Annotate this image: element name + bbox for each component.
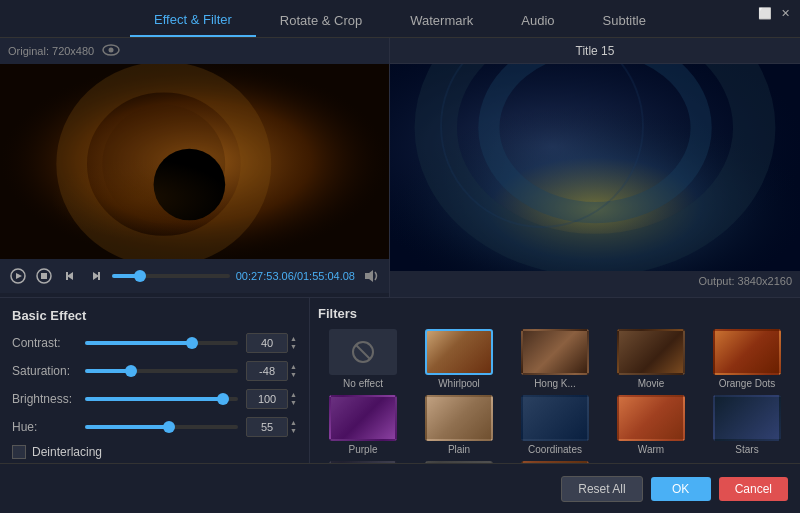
saturation-up[interactable]: ▲ (290, 363, 297, 371)
svg-rect-14 (98, 272, 100, 280)
contrast-down[interactable]: ▼ (290, 343, 297, 351)
filter-gray[interactable]: Gray (414, 461, 504, 463)
filter-movie[interactable]: Movie (606, 329, 696, 389)
svg-point-1 (109, 48, 114, 53)
contrast-input[interactable] (246, 333, 288, 353)
hue-up[interactable]: ▲ (290, 419, 297, 427)
hue-row: Hue: ▲ ▼ (12, 417, 297, 437)
stop-button[interactable] (34, 266, 54, 286)
hue-down[interactable]: ▼ (290, 427, 297, 435)
tab-audio[interactable]: Audio (497, 7, 578, 36)
tab-watermark[interactable]: Watermark (386, 7, 497, 36)
filters-grid: No effect Whirlpool Hong K... Movie (318, 329, 792, 463)
filter-warm-thumb (617, 395, 685, 441)
filter-purple[interactable]: Purple (318, 395, 408, 455)
filter-hongk-label: Hong K... (534, 378, 576, 389)
svg-rect-10 (41, 273, 47, 279)
tab-bar: Effect & Filter Rotate & Crop Watermark … (0, 0, 800, 38)
eye-icon[interactable] (102, 44, 120, 58)
contrast-slider[interactable] (85, 341, 238, 345)
deinterlacing-row: Deinterlacing (12, 445, 297, 459)
filter-orangedots[interactable]: Orange Dots (702, 329, 792, 389)
window-controls: ⬜ ✕ (758, 6, 792, 20)
brightness-input[interactable] (246, 389, 288, 409)
contrast-up[interactable]: ▲ (290, 335, 297, 343)
tab-effect-filter[interactable]: Effect & Filter (130, 6, 256, 37)
hue-slider[interactable] (85, 425, 238, 429)
svg-rect-12 (66, 272, 68, 280)
brightness-up[interactable]: ▲ (290, 391, 297, 399)
next-button[interactable] (86, 266, 106, 286)
hue-label: Hue: (12, 420, 77, 434)
contrast-row: Contrast: ▲ ▼ (12, 333, 297, 353)
filter-hongk[interactable]: Hong K... (510, 329, 600, 389)
saturation-slider[interactable] (85, 369, 238, 373)
progress-bar[interactable] (112, 274, 230, 278)
filter-stars-label: Stars (735, 444, 758, 455)
basic-effect-title: Basic Effect (12, 308, 297, 323)
saturation-row: Saturation: ▲ ▼ (12, 361, 297, 381)
filter-no-effect[interactable]: No effect (318, 329, 408, 389)
restore-button[interactable]: ⬜ (758, 6, 772, 20)
brightness-down[interactable]: ▼ (290, 399, 297, 407)
reset-all-button[interactable]: Reset All (561, 476, 642, 502)
original-label: Original: 720x480 (8, 45, 94, 57)
play-button[interactable] (8, 266, 28, 286)
filter-coordinates-thumb (521, 395, 589, 441)
volume-icon[interactable] (361, 266, 381, 286)
basic-effect-section: Basic Effect Contrast: ▲ ▼ Satur (0, 298, 310, 463)
cancel-button[interactable]: Cancel (719, 477, 788, 501)
svg-marker-15 (365, 270, 373, 282)
filter-orangedots-label: Orange Dots (719, 378, 776, 389)
output-info: Output: 3840x2160 (390, 271, 800, 297)
filter-stars[interactable]: Stars (702, 395, 792, 455)
filter-no-effect-label: No effect (343, 378, 383, 389)
brightness-row: Brightness: ▲ ▼ (12, 389, 297, 409)
deinterlacing-checkbox[interactable] (12, 445, 26, 459)
filter-coordinates[interactable]: Coordinates (510, 395, 600, 455)
right-video-preview (390, 64, 800, 271)
title-label: Title 15 (576, 44, 615, 58)
filter-whirlpool-thumb (425, 329, 493, 375)
playback-controls: 00:27:53.06/01:55:04.08 (0, 259, 389, 293)
filter-purple-thumb (329, 395, 397, 441)
svg-point-6 (154, 149, 226, 221)
deinterlacing-label: Deinterlacing (32, 445, 102, 459)
filter-whirlpool-label: Whirlpool (438, 378, 480, 389)
filter-whirlpool[interactable]: Whirlpool (414, 329, 504, 389)
filter-stars-thumb (713, 395, 781, 441)
filter-movie-thumb (617, 329, 685, 375)
filter-pixelate-thumb (521, 461, 589, 463)
original-info-bar: Original: 720x480 (0, 38, 389, 64)
filter-warm-label: Warm (638, 444, 664, 455)
saturation-input[interactable] (246, 361, 288, 381)
brightness-slider[interactable] (85, 397, 238, 401)
filter-plain-label: Plain (448, 444, 470, 455)
contrast-label: Contrast: (12, 336, 77, 350)
close-button[interactable]: ✕ (778, 6, 792, 20)
filter-plain-thumb (425, 395, 493, 441)
tab-rotate-crop[interactable]: Rotate & Crop (256, 7, 386, 36)
svg-line-22 (356, 345, 370, 359)
ok-button[interactable]: OK (651, 477, 711, 501)
hue-input[interactable] (246, 417, 288, 437)
filter-hongk-thumb (521, 329, 589, 375)
prev-button[interactable] (60, 266, 80, 286)
left-video-preview (0, 64, 389, 259)
filter-gray-thumb (425, 461, 493, 463)
filter-warm[interactable]: Warm (606, 395, 696, 455)
time-display: 00:27:53.06/01:55:04.08 (236, 270, 355, 282)
footer-bar: Reset All OK Cancel (0, 463, 800, 513)
saturation-label: Saturation: (12, 364, 77, 378)
filters-section: Filters No effect Whirlpool (310, 298, 800, 463)
saturation-down[interactable]: ▼ (290, 371, 297, 379)
filter-coordinates-label: Coordinates (528, 444, 582, 455)
filters-title: Filters (318, 306, 792, 321)
filter-plain[interactable]: Plain (414, 395, 504, 455)
filter-pixelate[interactable]: Pixelate (510, 461, 600, 463)
filter-orangedots-thumb (713, 329, 781, 375)
tab-subtitle[interactable]: Subtitle (579, 7, 670, 36)
filter-purple-label: Purple (349, 444, 378, 455)
filter-no-effect-thumb (329, 329, 397, 375)
filter-modern[interactable]: Modern (318, 461, 408, 463)
